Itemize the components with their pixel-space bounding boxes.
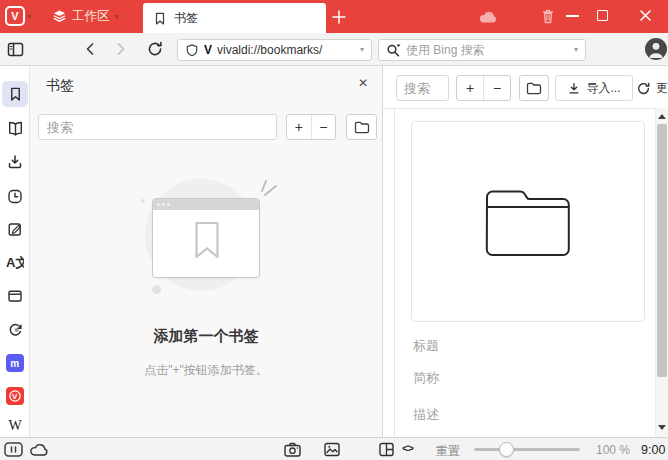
- close-button[interactable]: [639, 9, 652, 22]
- slider-track: [474, 448, 580, 451]
- workspace-button[interactable]: 工作区 ▾: [52, 5, 119, 28]
- add-bookmark-button[interactable]: +: [287, 115, 311, 139]
- pause-icon: [4, 442, 23, 457]
- update-thumbnail-button[interactable]: 更: [636, 75, 668, 101]
- images-toggle-button[interactable]: [324, 442, 340, 457]
- rail-item-history[interactable]: [6, 187, 24, 205]
- rail-item-mastodon[interactable]: m: [6, 354, 24, 372]
- book-icon: [7, 120, 24, 136]
- forward-button[interactable]: [114, 41, 128, 57]
- chevron-right-icon: [114, 41, 128, 57]
- site-icon: V: [204, 43, 212, 57]
- camera-icon: [284, 442, 301, 457]
- tree-splitter[interactable]: [394, 108, 395, 437]
- sync-button[interactable]: [478, 9, 498, 24]
- page-search-input[interactable]: [397, 76, 448, 100]
- sparkle-icon: [254, 180, 278, 200]
- zoom-reset-button[interactable]: 重置: [436, 443, 460, 460]
- panel-add-remove-group: + −: [286, 114, 336, 140]
- minimize-button[interactable]: [566, 15, 579, 17]
- page-add-remove-group: + −: [456, 75, 511, 101]
- panel-rail: A文 m V W: [0, 66, 30, 437]
- address-toolbar: V ▾ ▾: [0, 33, 668, 66]
- scrollbar[interactable]: [655, 108, 668, 437]
- tab-bar: V ▾ 工作区 ▾ 书签: [0, 0, 668, 33]
- vivaldi-window: V ▾ 工作区 ▾ 书签: [0, 0, 668, 460]
- profile-button[interactable]: [645, 38, 667, 60]
- scroll-thumb[interactable]: [657, 124, 667, 377]
- bookmark-icon: [153, 11, 167, 26]
- folder-icon: [484, 183, 572, 261]
- avatar-icon: [645, 38, 667, 60]
- tiling-button[interactable]: [379, 442, 394, 457]
- search-field[interactable]: ▾: [378, 39, 586, 61]
- page-actions-button[interactable]: <>: [402, 442, 413, 454]
- folder-icon: [526, 81, 542, 95]
- bookmarks-panel: 书签 ✕ + −: [30, 66, 383, 437]
- rail-item-translate[interactable]: A文: [6, 253, 24, 271]
- new-folder-button[interactable]: [346, 114, 377, 140]
- empty-state-title: 添加第一个书签: [30, 327, 382, 346]
- vivaldi-menu-button[interactable]: V: [5, 6, 25, 26]
- page-remove-button[interactable]: −: [483, 76, 510, 100]
- slider-handle[interactable]: [499, 442, 514, 457]
- rail-item-windows[interactable]: [6, 287, 24, 305]
- refresh-icon: [636, 81, 651, 96]
- panel-search-input[interactable]: [39, 115, 276, 139]
- rail-item-bookmarks[interactable]: [6, 85, 24, 103]
- scroll-up-button[interactable]: [656, 110, 668, 122]
- back-button[interactable]: [83, 41, 97, 57]
- vivaldi-logo-icon: V: [11, 10, 18, 22]
- shield-icon: [185, 43, 199, 58]
- bookmark-icon: [194, 221, 220, 259]
- bookmark-thumbnail-card: [411, 121, 645, 322]
- chevron-down-icon[interactable]: ▾: [574, 46, 578, 54]
- mastodon-icon: m: [6, 354, 24, 372]
- triangle-up-icon: [658, 114, 666, 119]
- page-add-button[interactable]: +: [457, 76, 483, 100]
- import-label: 导入...: [586, 80, 620, 97]
- clock[interactable]: 9:00: [641, 443, 665, 457]
- rail-item-notes[interactable]: [6, 220, 24, 238]
- note-pencil-icon: [7, 221, 23, 237]
- field-nickname-placeholder[interactable]: 简称: [413, 369, 439, 387]
- tab-bookmarks[interactable]: 书签: [143, 3, 326, 33]
- sync-status-button[interactable]: [29, 442, 49, 457]
- status-bar: <> 重置 100 % 9:00: [0, 437, 668, 460]
- panel-toggle-button[interactable]: [7, 41, 24, 58]
- import-button[interactable]: 导入...: [555, 75, 633, 101]
- image-icon: [324, 442, 340, 457]
- remove-bookmark-button[interactable]: −: [311, 115, 336, 139]
- rail-item-vivaldi[interactable]: V: [6, 387, 24, 405]
- closed-tabs-button[interactable]: [540, 8, 556, 25]
- svg-text:m: m: [10, 358, 19, 369]
- search-input[interactable]: [406, 43, 569, 57]
- decor-dot: [141, 199, 145, 203]
- chevron-down-icon[interactable]: ▾: [360, 46, 364, 54]
- main-area: A文 m V W 书签: [0, 66, 668, 437]
- url-input[interactable]: [217, 43, 355, 57]
- reload-icon: [146, 40, 164, 58]
- rail-item-sessions[interactable]: [6, 321, 24, 339]
- rail-item-reading-list[interactable]: [6, 119, 24, 137]
- decor-dot: [152, 285, 161, 294]
- page-new-folder-button[interactable]: [519, 75, 549, 101]
- panel-close-button[interactable]: ✕: [358, 76, 368, 90]
- empty-state-illustration: [152, 198, 260, 278]
- rail-item-downloads[interactable]: [6, 153, 24, 171]
- field-title-placeholder[interactable]: 标题: [413, 337, 439, 355]
- chevron-down-icon[interactable]: ▾: [27, 13, 31, 21]
- trash-icon: [540, 8, 556, 25]
- scroll-down-button[interactable]: [656, 421, 668, 433]
- address-bar[interactable]: V ▾: [177, 39, 372, 61]
- page-search: [396, 75, 449, 101]
- maximize-button[interactable]: [597, 10, 608, 21]
- reload-button[interactable]: [146, 40, 164, 58]
- break-mode-button[interactable]: [4, 442, 23, 457]
- rail-item-wikipedia[interactable]: W: [6, 417, 24, 435]
- capture-button[interactable]: [284, 442, 301, 457]
- zoom-slider[interactable]: [474, 438, 580, 460]
- field-description-placeholder[interactable]: 描述: [413, 406, 439, 424]
- zoom-level: 100 %: [596, 443, 630, 457]
- new-tab-button[interactable]: [330, 8, 348, 26]
